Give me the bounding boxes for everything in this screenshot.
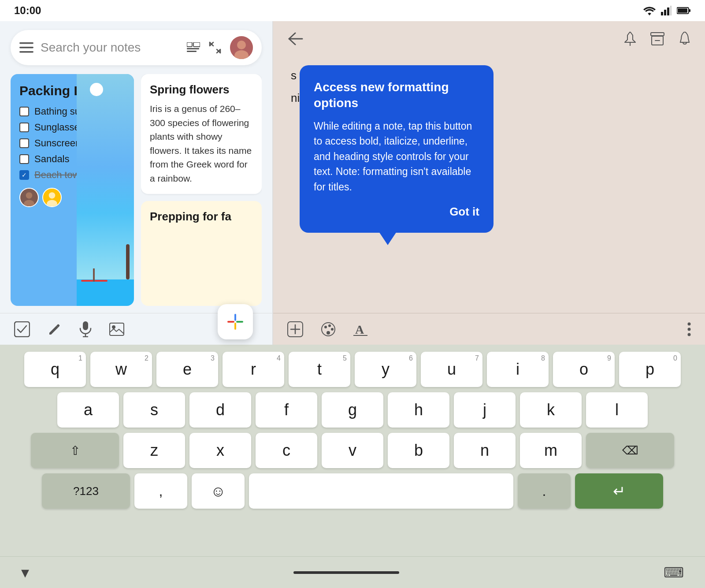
left-panel: Search your notes bbox=[0, 21, 273, 345]
fab-plus-icon bbox=[224, 310, 247, 333]
key-l[interactable]: l bbox=[586, 392, 648, 428]
got-it-button[interactable]: Got it bbox=[314, 205, 479, 219]
key-i[interactable]: i8 bbox=[487, 352, 549, 387]
key-k[interactable]: k bbox=[520, 392, 582, 428]
svg-rect-49 bbox=[236, 321, 243, 323]
prepping-card-title: Prepping for fa bbox=[150, 210, 253, 223]
svg-point-20 bbox=[26, 192, 33, 199]
shift-key[interactable]: ⇧ bbox=[31, 433, 119, 468]
key-f[interactable]: f bbox=[256, 392, 317, 428]
key-j[interactable]: j bbox=[454, 392, 516, 428]
battery-icon bbox=[677, 7, 691, 15]
key-r[interactable]: r4 bbox=[223, 352, 284, 387]
back-icon[interactable] bbox=[287, 32, 303, 45]
key-y[interactable]: y6 bbox=[355, 352, 416, 387]
spring-card[interactable]: Spring flowers Iris is a genus of 260–30… bbox=[141, 74, 262, 194]
nav-bar: ▾ ⌨ bbox=[0, 556, 705, 588]
spring-card-title: Spring flowers bbox=[150, 83, 253, 97]
prepping-card[interactable]: Prepping for fa bbox=[141, 201, 262, 306]
key-h[interactable]: h bbox=[388, 392, 449, 428]
card-avatars bbox=[19, 188, 125, 207]
svg-rect-12 bbox=[187, 48, 199, 49]
add-icon[interactable] bbox=[287, 321, 303, 337]
avatar[interactable] bbox=[230, 36, 253, 59]
tooltip-arrow bbox=[379, 232, 397, 245]
svg-point-45 bbox=[688, 322, 691, 325]
key-e[interactable]: e3 bbox=[156, 352, 218, 387]
hide-keyboard-icon[interactable]: ▾ bbox=[21, 563, 29, 582]
space-key[interactable] bbox=[249, 473, 513, 509]
key-t[interactable]: t5 bbox=[289, 352, 350, 387]
key-a[interactable]: a bbox=[57, 392, 119, 428]
svg-point-23 bbox=[49, 192, 56, 199]
svg-rect-9 bbox=[19, 51, 33, 53]
notes-grid: Packing List Bathing suit Sunglasses Sun… bbox=[0, 74, 272, 313]
checklist-label: Sandals bbox=[34, 153, 70, 165]
more-icon[interactable] bbox=[687, 322, 691, 336]
fab-button[interactable] bbox=[218, 304, 253, 339]
backspace-key[interactable]: ⌫ bbox=[586, 433, 674, 468]
svg-rect-50 bbox=[234, 314, 236, 321]
grid-view-icon[interactable] bbox=[187, 42, 200, 53]
svg-rect-32 bbox=[651, 33, 664, 36]
enter-key[interactable]: ↵ bbox=[575, 473, 663, 509]
emoji-key[interactable]: ☺ bbox=[192, 473, 245, 509]
key-s[interactable]: s bbox=[123, 392, 185, 428]
num-key[interactable]: ?123 bbox=[42, 473, 130, 509]
search-bar[interactable]: Search your notes bbox=[11, 30, 262, 65]
svg-point-40 bbox=[328, 324, 331, 327]
svg-rect-3 bbox=[670, 6, 672, 15]
svg-point-42 bbox=[327, 331, 330, 335]
checkbox-sunscreen bbox=[19, 138, 29, 148]
key-o[interactable]: o9 bbox=[553, 352, 615, 387]
checkbox-sandals bbox=[19, 154, 29, 164]
svg-point-41 bbox=[331, 328, 334, 331]
key-q[interactable]: q1 bbox=[24, 352, 86, 387]
mic-icon[interactable] bbox=[79, 321, 92, 337]
key-n[interactable]: n bbox=[454, 433, 516, 468]
svg-rect-26 bbox=[83, 321, 88, 330]
expand-icon[interactable] bbox=[209, 41, 221, 54]
checkbox-icon[interactable] bbox=[14, 321, 30, 337]
image-icon[interactable] bbox=[109, 323, 124, 336]
key-b[interactable]: b bbox=[388, 433, 449, 468]
svg-point-47 bbox=[688, 333, 691, 336]
keyboard-switcher-icon[interactable]: ⌨ bbox=[664, 564, 684, 581]
right-panel: s spp.) nium x oxonianum) Access new for… bbox=[273, 21, 705, 345]
svg-text:A: A bbox=[355, 323, 364, 336]
bell-icon[interactable] bbox=[679, 32, 691, 46]
main-split: Search your notes bbox=[0, 21, 705, 345]
key-u[interactable]: u7 bbox=[421, 352, 482, 387]
comma-key[interactable]: , bbox=[134, 473, 187, 509]
key-w[interactable]: w2 bbox=[90, 352, 152, 387]
collaborator-avatar-2 bbox=[42, 188, 62, 207]
pin-icon[interactable] bbox=[624, 32, 636, 46]
key-d[interactable]: d bbox=[189, 392, 251, 428]
palette-icon[interactable] bbox=[321, 322, 336, 337]
right-bottom-toolbar: A bbox=[273, 313, 705, 345]
key-p[interactable]: p0 bbox=[619, 352, 681, 387]
home-bar bbox=[293, 571, 399, 574]
keyboard-row-1: q1 w2 e3 r4 t5 y6 u7 i8 o9 p0 bbox=[11, 352, 694, 387]
menu-icon[interactable] bbox=[19, 42, 33, 53]
packing-card[interactable]: Packing List Bathing suit Sunglasses Sun… bbox=[11, 74, 134, 306]
status-bar: 10:00 bbox=[0, 0, 705, 21]
dot-key[interactable]: . bbox=[518, 473, 571, 509]
search-bar-icons bbox=[187, 36, 253, 59]
key-z[interactable]: z bbox=[123, 433, 185, 468]
right-top-bar-icons bbox=[624, 32, 691, 46]
svg-rect-51 bbox=[234, 323, 236, 330]
archive-icon[interactable] bbox=[650, 32, 664, 45]
key-v[interactable]: v bbox=[322, 433, 383, 468]
format-text-icon[interactable]: A bbox=[353, 322, 367, 336]
keyboard-row-4: ?123 , ☺ . ↵ bbox=[11, 473, 694, 509]
search-input[interactable]: Search your notes bbox=[41, 41, 180, 55]
key-m[interactable]: m bbox=[520, 433, 582, 468]
pencil-icon[interactable] bbox=[48, 322, 62, 336]
key-x[interactable]: x bbox=[189, 433, 251, 468]
tooltip-title: Access new formatting options bbox=[314, 79, 479, 112]
tooltip-overlay: Access new formatting options While edit… bbox=[300, 65, 494, 233]
key-g[interactable]: g bbox=[322, 392, 383, 428]
key-c[interactable]: c bbox=[256, 433, 317, 468]
keyboard-area: q1 w2 e3 r4 t5 y6 u7 i8 o9 p0 a s d f g … bbox=[0, 345, 705, 556]
